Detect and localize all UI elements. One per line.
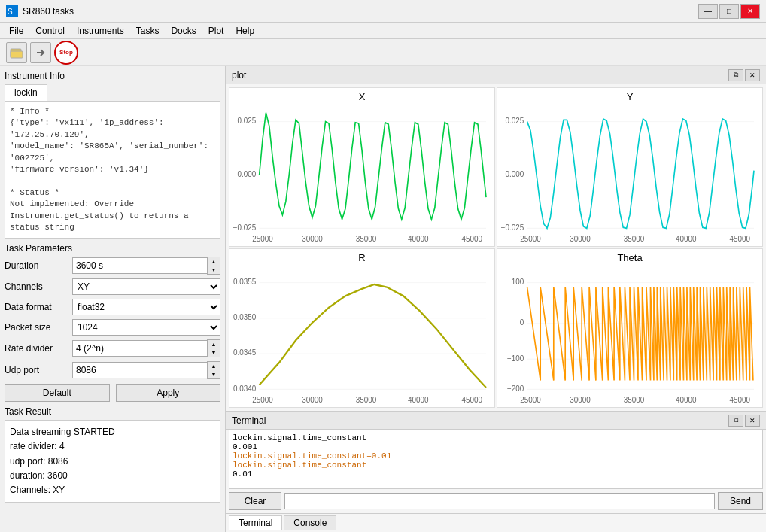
minimize-button[interactable]: — <box>698 4 718 19</box>
svg-text:0.0345: 0.0345 <box>233 348 257 357</box>
result-line-5: Channels: XY <box>10 483 215 497</box>
apply-button[interactable]: Apply <box>116 384 221 402</box>
result-line-1: Data streaming STARTED <box>10 425 215 439</box>
terminal-close-button[interactable]: ✕ <box>745 415 760 427</box>
app-icon: S <box>6 5 18 17</box>
svg-text:−0.025: −0.025 <box>233 223 257 231</box>
info-line-2: 'model_name': 'SR865A', 'serial_number':… <box>10 141 215 164</box>
svg-text:40000: 40000 <box>408 396 429 404</box>
instrument-tab-bar: lockin <box>5 84 220 101</box>
close-button[interactable]: ✕ <box>740 4 760 19</box>
duration-input[interactable] <box>72 257 207 274</box>
menu-docks[interactable]: Docks <box>165 24 202 38</box>
plot-header: plot ⧉ ✕ <box>226 66 766 84</box>
toolbar: Stop <box>0 39 766 66</box>
chart-x-svg: 0.025 0.000 −0.025 25000 30000 35000 400… <box>229 104 494 246</box>
packet-size-select[interactable]: 512 1024 2048 <box>72 319 220 336</box>
udp-port-row: Udp port ▲ ▼ <box>5 361 220 379</box>
rate-divider-up-button[interactable]: ▲ <box>208 340 220 348</box>
terminal-line-5: 0.01 <box>233 470 759 479</box>
udp-port-spinner-buttons: ▲ ▼ <box>207 361 220 379</box>
lockin-tab[interactable]: lockin <box>5 84 47 101</box>
data-format-select[interactable]: float32 float64 <box>72 299 220 315</box>
duration-up-button[interactable]: ▲ <box>208 257 220 266</box>
result-line-4: duration: 3600 <box>10 469 215 483</box>
menu-file[interactable]: File <box>3 24 29 38</box>
svg-text:35000: 35000 <box>356 396 377 404</box>
info-spacer <box>10 175 215 187</box>
menu-instruments[interactable]: Instruments <box>71 24 130 38</box>
svg-text:45000: 45000 <box>730 235 751 243</box>
terminal-title: Terminal <box>232 415 728 426</box>
svg-text:100: 100 <box>512 278 524 286</box>
menu-help[interactable]: Help <box>229 24 260 38</box>
duration-down-button[interactable]: ▼ <box>208 266 220 274</box>
chart-y: Y 0.025 0.000 −0.025 25000 30000 35000 4… <box>497 87 763 247</box>
terminal-tab-bar: Terminal Console <box>226 513 766 532</box>
duration-row: Duration ▲ ▼ <box>5 257 220 275</box>
titlebar: S SR860 tasks — □ ✕ <box>0 0 766 23</box>
rate-divider-input[interactable] <box>72 340 207 357</box>
task-result-content: Data streaming STARTED rate divider: 4 u… <box>5 420 220 503</box>
svg-rect-3 <box>11 51 23 58</box>
console-tab[interactable]: Console <box>284 515 336 530</box>
maximize-button[interactable]: □ <box>719 4 739 19</box>
udp-port-up-button[interactable]: ▲ <box>208 362 220 370</box>
svg-text:30000: 30000 <box>302 396 323 404</box>
udp-port-spinner: ▲ ▼ <box>72 361 220 379</box>
udp-port-input[interactable] <box>72 362 207 378</box>
svg-text:30000: 30000 <box>302 235 323 243</box>
terminal-panel: Terminal ⧉ ✕ lockin.signal.time_constant… <box>226 412 766 532</box>
rate-divider-down-button[interactable]: ▼ <box>208 348 220 357</box>
terminal-line-1: lockin.signal.time_constant <box>233 433 759 442</box>
stop-button[interactable]: Stop <box>54 41 78 65</box>
params-button-row: Default Apply <box>5 384 220 402</box>
plot-undock-button[interactable]: ⧉ <box>728 69 743 81</box>
charts-grid: X 0.025 0.000 −0.025 25000 30000 35000 4… <box>226 84 766 411</box>
info-line-0: * Info * <box>10 106 215 117</box>
menu-plot[interactable]: Plot <box>202 24 230 38</box>
menubar: File Control Instruments Tasks Docks Plo… <box>0 23 766 39</box>
rate-divider-row: Rate divider ▲ ▼ <box>5 339 220 357</box>
svg-text:45000: 45000 <box>462 396 483 404</box>
arrow-button[interactable] <box>30 42 51 63</box>
menu-tasks[interactable]: Tasks <box>130 24 166 38</box>
instrument-info-title: Instrument Info <box>5 71 220 81</box>
task-result-section: Task Result Data streaming STARTED rate … <box>5 406 220 527</box>
clear-button[interactable]: Clear <box>229 492 281 510</box>
svg-text:−100: −100 <box>507 354 524 362</box>
svg-text:S: S <box>8 8 13 16</box>
svg-text:25000: 25000 <box>520 235 541 243</box>
svg-text:0.025: 0.025 <box>505 117 524 125</box>
terminal-content: lockin.signal.time_constant 0.001 lockin… <box>229 430 763 489</box>
terminal-line-3: lockin.signal.time_constant=0.01 <box>233 451 759 461</box>
svg-text:25000: 25000 <box>252 396 273 404</box>
duration-spinner-buttons: ▲ ▼ <box>207 257 220 275</box>
instrument-info-section: Instrument Info lockin * Info * {'type':… <box>5 71 220 239</box>
svg-rect-28 <box>229 265 494 407</box>
plot-close-button[interactable]: ✕ <box>745 69 760 81</box>
send-button[interactable]: Send <box>718 492 763 510</box>
plot-header-buttons: ⧉ ✕ <box>728 69 760 81</box>
terminal-input[interactable] <box>284 493 715 509</box>
svg-text:0.0340: 0.0340 <box>233 384 257 392</box>
terminal-tab[interactable]: Terminal <box>229 515 282 530</box>
svg-text:25000: 25000 <box>520 396 541 404</box>
terminal-line-4: lockin.signal.time_constant <box>233 461 759 470</box>
svg-text:30000: 30000 <box>570 396 591 404</box>
terminal-undock-button[interactable]: ⧉ <box>728 415 743 427</box>
svg-text:35000: 35000 <box>356 235 377 243</box>
chart-x: X 0.025 0.000 −0.025 25000 30000 35000 4… <box>229 87 495 247</box>
packet-size-row: Packet size 512 1024 2048 <box>5 319 220 336</box>
menu-control[interactable]: Control <box>29 24 71 38</box>
channels-select[interactable]: XY R Theta <box>72 278 220 295</box>
default-button[interactable]: Default <box>5 384 110 402</box>
terminal-bar: Clear Send <box>226 489 766 513</box>
info-status-1: Not implemented: Override <box>10 199 215 210</box>
rate-divider-spinner-buttons: ▲ ▼ <box>207 339 220 357</box>
terminal-header: Terminal ⧉ ✕ <box>226 412 766 430</box>
open-button[interactable] <box>6 42 27 63</box>
svg-text:25000: 25000 <box>252 235 273 243</box>
duration-label: Duration <box>5 260 72 271</box>
udp-port-down-button[interactable]: ▼ <box>208 370 220 378</box>
